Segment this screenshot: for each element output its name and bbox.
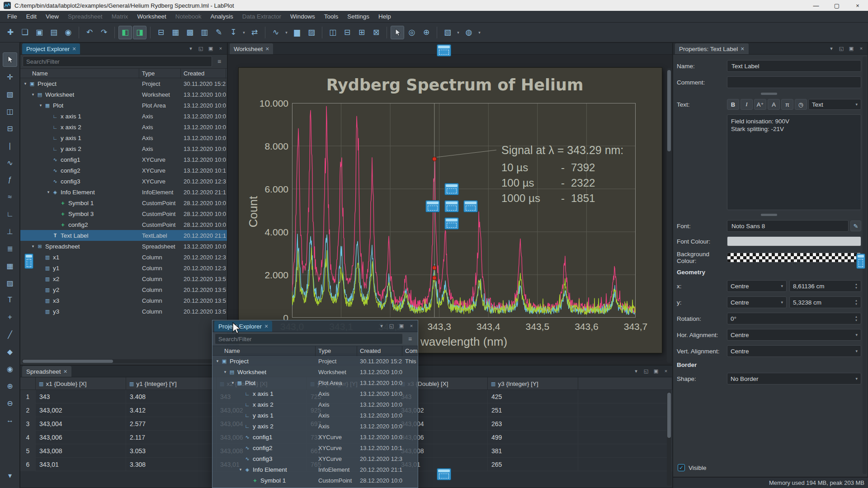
menu-file[interactable]: File bbox=[3, 11, 22, 22]
table-cell[interactable]: 343,004 bbox=[36, 417, 126, 431]
layout-vertical-icon[interactable]: ⊟ bbox=[340, 26, 354, 39]
tree-row-y1[interactable]: ▥y1Column20.12.2020 12:39integer da bbox=[20, 263, 227, 273]
name-field[interactable] bbox=[727, 60, 861, 72]
table-cell[interactable]: 425 bbox=[488, 390, 578, 404]
tree-row-info-element[interactable]: ▾◈Info ElementInfoElement20.12.2020 21:1… bbox=[20, 187, 227, 197]
comment-field[interactable] bbox=[727, 76, 861, 88]
tree-row-config1[interactable]: ∿config1XYCurve13.12.2020 10:09 bbox=[212, 432, 418, 442]
new-project-icon[interactable]: ✚ bbox=[4, 26, 17, 39]
scrollbar-thumb[interactable] bbox=[667, 70, 671, 151]
new-histogram-icon[interactable]: ▆ bbox=[290, 26, 304, 39]
layout-horizontal-icon[interactable]: ◫ bbox=[326, 26, 340, 39]
custom-point-marker[interactable] bbox=[432, 276, 436, 280]
datetime-button[interactable]: ◷ bbox=[795, 99, 807, 110]
menu-spreadsheet[interactable]: Spreadsheet bbox=[63, 11, 107, 22]
tree-row-symbol-3[interactable]: +Symbol 3CustomPoint28.12.2020 10:06 bbox=[20, 208, 227, 219]
info-element-label[interactable]: Signal at λ = 343.29 nm: 10 µs-7392100 µ… bbox=[501, 144, 623, 206]
background-colour-swatch[interactable] bbox=[727, 253, 861, 263]
print-preview-icon[interactable]: ◉ bbox=[61, 26, 75, 39]
tab-spreadsheet[interactable]: Spreadsheet × bbox=[22, 366, 71, 377]
table-cell[interactable]: 2.577 bbox=[126, 417, 217, 431]
new-workbook-icon[interactable]: ⊟ bbox=[154, 26, 168, 39]
tree-row-x2[interactable]: ▥x2Column20.12.2020 13:55numerical bbox=[20, 273, 227, 284]
tree-row-x3[interactable]: ▥x3Column20.12.2020 13:56numerical bbox=[20, 295, 227, 306]
table-cell[interactable]: 343,006 bbox=[36, 431, 126, 444]
curve-config2[interactable] bbox=[292, 234, 636, 314]
expander-icon[interactable]: ▾ bbox=[30, 92, 36, 97]
toggle-properties-explorer-icon[interactable]: ◨ bbox=[133, 26, 146, 39]
dock-close-icon[interactable]: × bbox=[661, 366, 670, 375]
tree-row-plot[interactable]: ▾▦PlotPlot Area13.12.2020 10:01 bbox=[20, 100, 227, 111]
add-second-axis-icon[interactable]: ⊥ bbox=[3, 224, 17, 239]
italic-button[interactable]: I bbox=[741, 99, 753, 110]
row-number[interactable]: 5 bbox=[20, 444, 36, 458]
mode-zoom-icon[interactable]: ⊕ bbox=[420, 26, 433, 39]
add-image-icon[interactable]: ▨ bbox=[3, 276, 17, 290]
tree-row-worksheet[interactable]: ▾▤WorksheetWorksheet13.12.2020 10:01 bbox=[20, 89, 227, 100]
tree-row-config3[interactable]: ∿config3XYCurve20.12.2020 12:39 bbox=[20, 176, 227, 187]
superscript-button[interactable]: A⁺ bbox=[754, 99, 766, 110]
table-cell[interactable]: 263 bbox=[488, 417, 578, 431]
column-header-created[interactable]: Created bbox=[181, 69, 226, 79]
dock-menu-icon[interactable]: ▾ bbox=[632, 366, 641, 375]
dock-float-icon[interactable]: ◱ bbox=[642, 366, 651, 375]
scrollbar-thumb[interactable] bbox=[23, 360, 113, 363]
redo-icon[interactable]: ↷ bbox=[97, 26, 111, 39]
scrollbar-thumb[interactable] bbox=[667, 393, 671, 438]
tool-cursor-icon[interactable]: ∣ bbox=[3, 138, 17, 153]
open-project-icon[interactable]: ❏ bbox=[18, 26, 32, 39]
table-cell[interactable]: 265 bbox=[488, 458, 578, 471]
new-image-icon[interactable]: ▨ bbox=[305, 26, 318, 39]
bold-button[interactable]: B bbox=[727, 99, 739, 110]
name-input[interactable] bbox=[731, 62, 858, 70]
menu-edit[interactable]: Edit bbox=[22, 11, 41, 22]
table-cell[interactable]: 343,002 bbox=[36, 404, 126, 417]
add-fit-curve-icon[interactable]: ≈ bbox=[3, 190, 17, 204]
expander-icon[interactable]: ▾ bbox=[38, 103, 44, 108]
new-live-data-icon[interactable]: ⇄ bbox=[248, 26, 261, 39]
spin-arrows-icon[interactable]: ▴▾ bbox=[853, 281, 859, 291]
dock-close-icon[interactable]: × bbox=[216, 44, 225, 53]
tree-row-project[interactable]: ▾▣ProjectProject30.11.2020 15:23This pro… bbox=[20, 78, 227, 89]
tool-zoom-x-select-icon[interactable]: ◫ bbox=[3, 104, 17, 118]
y-offset-spinbox[interactable]: 5,3238 cm ▴▾ bbox=[789, 296, 861, 308]
tab-close-icon[interactable]: × bbox=[72, 45, 76, 52]
column-header-x1[interactable]: ▥x1 {Double} [X] bbox=[36, 377, 126, 390]
save-project-icon[interactable]: ▣ bbox=[33, 26, 46, 39]
expander-icon[interactable]: ▾ bbox=[214, 359, 221, 363]
column-header-y3[interactable]: ▥y3 {Integer} [Y] bbox=[488, 377, 578, 390]
tree-row-symbol-1[interactable]: +Symbol 1CustomPoint28.12.2020 10:06 bbox=[20, 197, 227, 208]
expander-icon[interactable]: ▾ bbox=[22, 81, 28, 86]
tree-row-project[interactable]: ▾▣ProjectProject30.11.2020 15:23This pro… bbox=[212, 356, 418, 366]
search-input[interactable] bbox=[215, 336, 402, 343]
tree-row-config2[interactable]: +config2CustomPoint28.12.2020 10:06 bbox=[20, 219, 227, 230]
column-header-type[interactable]: Type bbox=[316, 346, 357, 356]
row-number[interactable]: 1 bbox=[20, 390, 36, 404]
table-cell[interactable]: 343,01 bbox=[36, 458, 126, 471]
column-header-created[interactable]: Created bbox=[357, 346, 402, 356]
tab-project-explorer-floating[interactable]: Project Explorer × bbox=[214, 321, 272, 332]
zoom-out-icon[interactable]: ⊖ bbox=[3, 396, 17, 410]
menu-matrix[interactable]: Matrix bbox=[107, 11, 133, 22]
row-number[interactable]: 6 bbox=[20, 458, 36, 471]
tree-row-plot[interactable]: ▾▦PlotPlot Area13.12.2020 10:01 bbox=[212, 377, 418, 388]
table-cell[interactable]: 3.308 bbox=[126, 458, 217, 471]
tree-row-x-axis-2[interactable]: ∟x axis 2Axis13.12.2020 10:01 bbox=[212, 399, 418, 410]
dock-menu-icon[interactable]: ▾ bbox=[827, 44, 836, 53]
layout-break-icon[interactable]: ⊠ bbox=[369, 26, 383, 39]
text-mode-combo[interactable]: Text▾ bbox=[808, 99, 861, 110]
expander-icon[interactable]: ▾ bbox=[222, 370, 228, 374]
visible-checkbox[interactable]: ✓ bbox=[678, 464, 685, 471]
tree-row-config3[interactable]: ∿config3XYCurve20.12.2020 12:39 bbox=[212, 453, 418, 464]
dock-pin-icon[interactable]: ▣ bbox=[206, 44, 215, 53]
font-edit-icon[interactable]: ✎ bbox=[850, 221, 861, 231]
tree-row-y3[interactable]: ▥y3Column20.12.2020 13:56integer da bbox=[20, 306, 227, 317]
splitter-grip[interactable] bbox=[761, 93, 777, 95]
new-worksheet-icon[interactable]: ▥ bbox=[198, 26, 211, 39]
add-reference-line-icon[interactable]: ╱ bbox=[3, 327, 17, 342]
vert-alignment-combo[interactable]: Centre▾ bbox=[727, 345, 861, 357]
font-field[interactable] bbox=[727, 220, 849, 232]
y-position-combo[interactable]: Centre▾ bbox=[727, 296, 787, 308]
font-colour-swatch[interactable] bbox=[727, 236, 861, 246]
tool-select-icon[interactable] bbox=[3, 52, 17, 67]
